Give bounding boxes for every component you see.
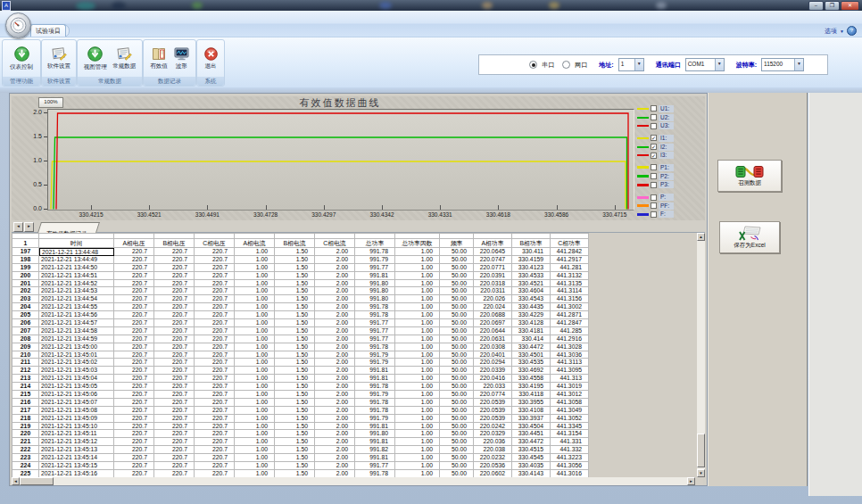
data-cell[interactable]: 2.00 [315, 375, 355, 383]
data-cell[interactable]: 220.7 [154, 430, 195, 438]
data-cell[interactable]: 1.50 [275, 319, 315, 327]
vertical-scroll-thumb[interactable] [697, 434, 705, 467]
data-cell[interactable]: 991.81 [355, 423, 395, 431]
data-cell[interactable]: 220.7 [114, 327, 154, 335]
data-cell[interactable]: 441.281 [551, 264, 589, 272]
data-cell[interactable]: 50.00 [440, 470, 474, 477]
data-cell[interactable]: 50.00 [440, 423, 474, 431]
data-cell[interactable]: 1.50 [275, 430, 315, 438]
data-cell[interactable]: 2021-12-21 13:44:56 [39, 311, 114, 319]
data-cell[interactable]: 991.78 [355, 383, 395, 391]
data-cell[interactable]: 50.00 [440, 430, 474, 438]
data-cell[interactable]: 441.3058 [551, 399, 589, 407]
data-cell[interactable]: 330.4558 [512, 375, 551, 383]
data-cell[interactable]: 991.77 [355, 327, 395, 335]
data-cell[interactable]: 220.0416 [474, 375, 512, 383]
data-cell[interactable]: 1.50 [275, 335, 315, 343]
maximize-button[interactable]: ❐ [825, 1, 840, 11]
legend-checkbox[interactable] [651, 211, 657, 218]
data-cell[interactable]: 220.7 [154, 343, 195, 351]
data-cell[interactable]: 220.036 [474, 438, 512, 446]
data-cell[interactable]: 330.3937 [512, 415, 551, 423]
data-cell[interactable]: 220.7 [195, 303, 235, 311]
scroll-down-button[interactable]: ▼ [697, 469, 705, 477]
data-cell[interactable]: 441.3028 [551, 343, 589, 351]
data-cell[interactable]: 220.0774 [474, 391, 512, 399]
data-cell[interactable]: 1.00 [235, 359, 275, 367]
data-cell[interactable]: 220.7 [154, 351, 195, 359]
data-cell[interactable]: 50.00 [440, 303, 474, 311]
data-cell[interactable]: 1.00 [395, 367, 440, 375]
data-cell[interactable]: 50.00 [440, 319, 474, 327]
data-cell[interactable]: 220.7 [114, 391, 154, 399]
data-cell[interactable]: 2021-12-21 13:44:48 [39, 248, 114, 256]
data-cell[interactable]: 2021-12-21 13:44:53 [39, 287, 114, 295]
data-cell[interactable]: 1.00 [235, 415, 275, 423]
data-cell[interactable]: 1.50 [275, 264, 315, 272]
data-cell[interactable]: 991.79 [355, 359, 395, 367]
data-cell[interactable]: 2021-12-21 13:44:59 [39, 335, 114, 343]
data-cell[interactable]: 1.00 [395, 375, 440, 383]
data-cell[interactable]: 2.00 [315, 415, 355, 423]
data-cell[interactable]: 991.78 [355, 470, 395, 477]
instrument-control-button[interactable]: 仪表控制 [10, 46, 33, 71]
data-cell[interactable]: 2021-12-21 13:44:58 [39, 327, 114, 335]
data-cell[interactable]: 220.7 [114, 303, 154, 311]
data-cell[interactable]: 220.7 [195, 446, 235, 454]
view-management-button[interactable]: 视图管理 [84, 46, 107, 71]
data-cell[interactable]: 1.00 [235, 367, 275, 375]
data-cell[interactable]: 330.4543 [512, 295, 551, 303]
data-cell[interactable]: 330.4451 [512, 430, 551, 438]
fetch-data-button[interactable]: 召测数据 [717, 160, 782, 192]
data-cell[interactable]: 1.00 [235, 303, 275, 311]
data-cell[interactable]: 1.50 [275, 367, 315, 375]
data-cell[interactable]: 220.0697 [474, 319, 512, 327]
data-cell[interactable]: 220.7 [154, 311, 195, 319]
data-cell[interactable]: 1.00 [395, 438, 440, 446]
software-settings-button[interactable]: 软件设置 [47, 46, 70, 70]
data-cell[interactable]: 50.00 [440, 295, 474, 303]
data-cell[interactable]: 991.78 [355, 311, 395, 319]
data-cell[interactable]: 50.00 [440, 287, 474, 295]
data-cell[interactable]: 441.331 [551, 438, 589, 446]
data-cell[interactable]: 991.79 [355, 415, 395, 423]
horizontal-scroll-thumb[interactable] [20, 477, 54, 485]
data-cell[interactable]: 1.00 [395, 280, 440, 288]
data-cell[interactable]: 2021-12-21 13:45:01 [39, 351, 114, 359]
legend-checkbox[interactable] [651, 202, 657, 209]
data-cell[interactable]: 220.0294 [474, 359, 512, 367]
data-cell[interactable]: 1.00 [235, 256, 275, 264]
data-cell[interactable]: 220.0308 [474, 343, 512, 351]
legend-checkbox[interactable]: ✓ [651, 135, 657, 141]
data-cell[interactable]: 991.77 [355, 335, 395, 343]
data-cell[interactable]: 1.00 [395, 415, 440, 423]
data-cell[interactable]: 220.7 [195, 375, 235, 383]
data-cell[interactable]: 1.50 [275, 391, 315, 399]
data-cell[interactable]: 50.00 [440, 280, 474, 288]
data-cell[interactable]: 991.77 [355, 264, 395, 272]
data-cell[interactable]: 50.00 [440, 462, 474, 470]
data-cell[interactable]: 1.00 [395, 256, 440, 264]
data-cell[interactable]: 2021-12-21 13:45:03 [39, 367, 114, 375]
data-cell[interactable]: 220.7 [154, 272, 195, 280]
data-cell[interactable]: 50.00 [440, 375, 474, 383]
data-cell[interactable]: 2021-12-21 13:45:13 [39, 446, 114, 454]
data-cell[interactable]: 220.7 [195, 287, 235, 295]
data-cell[interactable]: 220.7 [154, 287, 195, 295]
data-cell[interactable]: 330.4159 [512, 256, 551, 264]
data-cell[interactable]: 2.00 [315, 470, 355, 477]
data-cell[interactable]: 2021-12-21 13:45:16 [39, 470, 114, 477]
data-cell[interactable]: 220.0539 [474, 407, 512, 415]
data-cell[interactable]: 2021-12-21 13:45:10 [39, 423, 114, 431]
data-cell[interactable]: 330.4545 [512, 454, 551, 462]
data-cell[interactable]: 1.00 [395, 430, 440, 438]
data-cell[interactable]: 220.7 [114, 335, 154, 343]
data-cell[interactable]: 2021-12-21 13:45:06 [39, 391, 114, 399]
data-cell[interactable]: 1.50 [275, 470, 315, 477]
data-cell[interactable]: 220.7 [114, 272, 154, 280]
data-cell[interactable]: 220.7 [114, 407, 154, 415]
data-cell[interactable]: 2.00 [315, 335, 355, 343]
data-cell[interactable]: 50.00 [440, 272, 474, 280]
data-cell[interactable]: 1.50 [275, 311, 315, 319]
data-cell[interactable]: 330.4181 [512, 327, 551, 335]
